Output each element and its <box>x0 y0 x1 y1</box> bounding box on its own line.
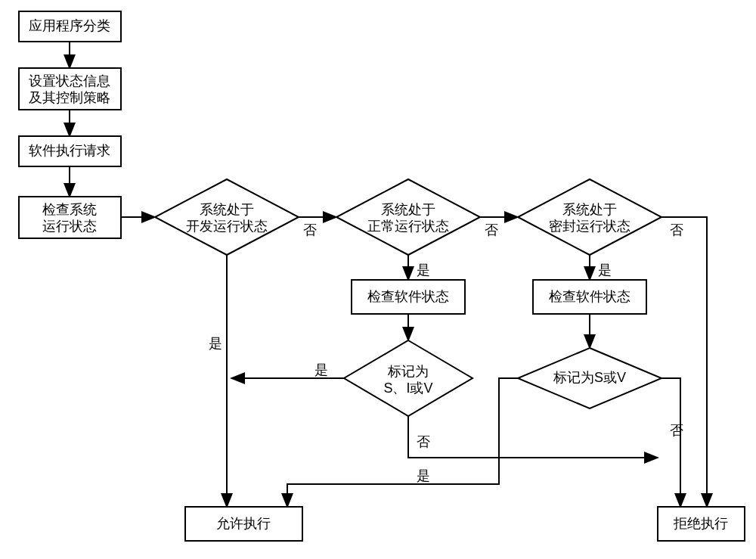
decision-mark-siv-label-1: 标记为 <box>387 364 429 379</box>
decision-sealed-state-label-1: 系统处于 <box>562 202 617 217</box>
label-d1-no: 否 <box>303 222 317 238</box>
node-allow-label: 允许执行 <box>216 516 271 531</box>
decision-normal-state-label-2: 正常运行状态 <box>367 219 449 234</box>
node-set-status-label-1: 设置状态信息 <box>29 73 110 89</box>
node-check-sw-2-label: 检查软件状态 <box>367 289 449 304</box>
decision-dev-state-label-1: 系统处于 <box>200 202 254 217</box>
label-m2-no: 否 <box>417 434 430 449</box>
node-check-system-label-2: 运行状态 <box>42 219 97 234</box>
flowchart-canvas: 应用程序分类 设置状态信息 及其控制策略 软件执行请求 检查系统 运行状态 系统… <box>0 0 756 559</box>
label-d1-yes: 是 <box>209 336 222 351</box>
node-check-system-label-1: 检查系统 <box>42 202 97 217</box>
label-m2-yes: 是 <box>314 362 328 377</box>
label-d3-yes: 是 <box>598 262 612 278</box>
decision-dev-state-label-2: 开发运行状态 <box>186 219 268 234</box>
decision-sealed-state <box>518 179 662 255</box>
decision-dev-state <box>155 179 299 255</box>
label-d3-no: 否 <box>670 222 683 238</box>
node-set-status-label-2: 及其控制策略 <box>29 90 110 105</box>
label-d2-no: 否 <box>485 222 498 238</box>
edge-m2-no <box>408 416 658 458</box>
decision-sealed-state-label-2: 密封运行状态 <box>549 219 631 234</box>
label-m3-yes: 是 <box>417 468 430 483</box>
node-exec-request-label: 软件执行请求 <box>29 143 110 158</box>
decision-mark-siv-label-2: S、I或V <box>383 380 432 396</box>
node-check-sw-3-label: 检查软件状态 <box>549 289 631 304</box>
label-m3-no: 否 <box>670 423 683 438</box>
edge-d3-no-deny <box>662 217 707 507</box>
edge-m3-no <box>662 378 680 507</box>
label-d2-yes: 是 <box>417 262 430 278</box>
decision-mark-sv-label: 标记为S或V <box>553 370 626 385</box>
decision-normal-state <box>336 179 480 255</box>
node-deny-label: 拒绝执行 <box>673 516 728 531</box>
node-app-classify-label: 应用程序分类 <box>29 18 110 33</box>
decision-normal-state-label-1: 系统处于 <box>381 202 435 217</box>
